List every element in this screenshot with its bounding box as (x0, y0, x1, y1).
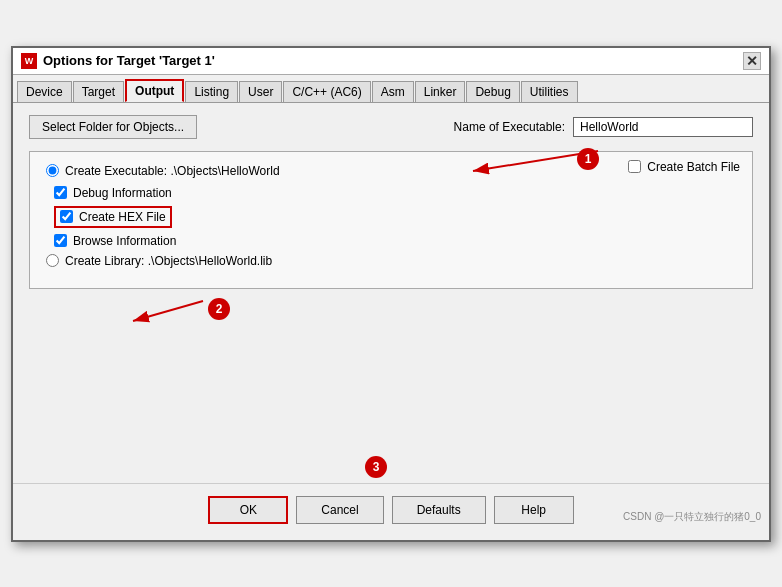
create-batch-label: Create Batch File (647, 160, 740, 174)
debug-info-row: Debug Information (46, 186, 736, 200)
name-input[interactable] (573, 117, 753, 137)
watermark: CSDN @一只特立独行的猪0_0 (623, 510, 761, 524)
create-hex-checkbox[interactable] (60, 210, 73, 223)
select-folder-button[interactable]: Select Folder for Objects... (29, 115, 197, 139)
help-button[interactable]: Help (494, 496, 574, 524)
browse-info-checkbox[interactable] (54, 234, 67, 247)
create-executable-label: Create Executable: .\Objects\HelloWorld (65, 164, 280, 178)
tab-linker[interactable]: Linker (415, 81, 466, 102)
svg-line-2 (133, 301, 203, 321)
tab-listing[interactable]: Listing (185, 81, 238, 102)
tab-device[interactable]: Device (17, 81, 72, 102)
create-library-row: Create Library: .\Objects\HelloWorld.lib (46, 254, 736, 268)
ok-button[interactable]: OK (208, 496, 288, 524)
tab-cpp[interactable]: C/C++ (AC6) (283, 81, 370, 102)
tab-user[interactable]: User (239, 81, 282, 102)
cancel-button[interactable]: Cancel (296, 496, 383, 524)
debug-info-checkbox[interactable] (54, 186, 67, 199)
create-executable-radio[interactable] (46, 164, 59, 177)
tab-asm[interactable]: Asm (372, 81, 414, 102)
tab-output[interactable]: Output (125, 79, 184, 102)
name-label: Name of Executable: (454, 120, 565, 134)
tab-debug[interactable]: Debug (466, 81, 519, 102)
tab-utilities[interactable]: Utilities (521, 81, 578, 102)
create-library-radio[interactable] (46, 254, 59, 267)
output-group: Create Executable: .\Objects\HelloWorld … (29, 151, 753, 289)
browse-info-label: Browse Information (73, 234, 176, 248)
tab-target[interactable]: Target (73, 81, 124, 102)
annotation-1: 1 (577, 148, 599, 170)
title-bar: W Options for Target 'Target 1' ✕ (13, 48, 769, 75)
dialog-title: Options for Target 'Target 1' (43, 53, 215, 68)
defaults-button[interactable]: Defaults (392, 496, 486, 524)
tab-bar: Device Target Output Listing User C/C++ … (13, 75, 769, 103)
name-row: Name of Executable: (454, 117, 753, 137)
debug-info-label: Debug Information (73, 186, 172, 200)
annotation-3: 3 (365, 456, 387, 478)
browse-info-row: Browse Information (46, 234, 736, 248)
annotation-2: 2 (208, 298, 230, 320)
create-hex-label: Create HEX File (79, 210, 166, 224)
create-batch-area: Create Batch File (628, 160, 740, 174)
app-icon: W (21, 53, 37, 69)
top-row: Select Folder for Objects... Name of Exe… (29, 115, 753, 139)
create-library-label: Create Library: .\Objects\HelloWorld.lib (65, 254, 272, 268)
create-batch-checkbox[interactable] (628, 160, 641, 173)
close-button[interactable]: ✕ (743, 52, 761, 70)
